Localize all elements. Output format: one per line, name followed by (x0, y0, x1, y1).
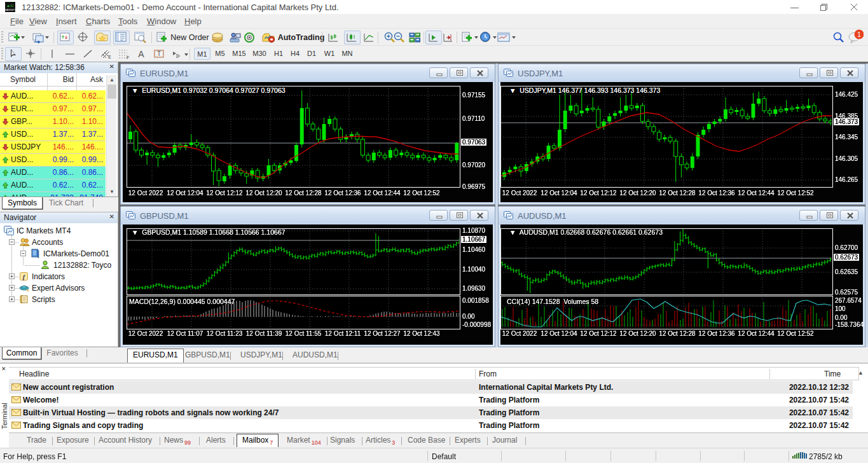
svg-text:E: E (108, 55, 111, 59)
svg-text:▲IC: ▲IC (6, 4, 15, 8)
svg-text:A: A (138, 49, 144, 59)
svg-text:T: T (157, 50, 161, 57)
svg-text:MARKETS: MARKETS (5, 8, 15, 11)
svg-text:F: F (127, 55, 129, 60)
svg-text:1: 1 (857, 31, 861, 38)
